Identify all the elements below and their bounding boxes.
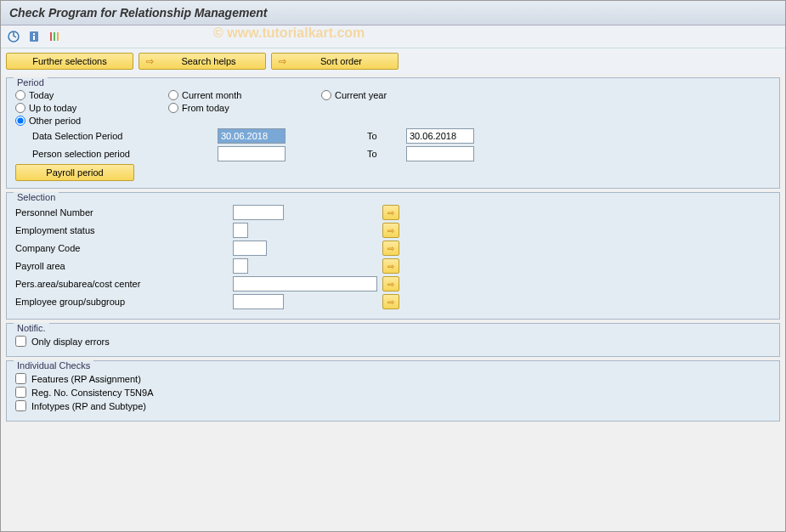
radio-up-to-today[interactable]: Up to today: [15, 103, 160, 113]
reg-no-label: Reg. No. Consistency T5N9A: [31, 388, 153, 398]
radio-other-period-input[interactable]: [15, 116, 25, 126]
payroll-area-multi-icon[interactable]: ⇨: [382, 258, 399, 274]
svg-rect-4: [50, 32, 52, 41]
to-label-1: To: [367, 131, 384, 141]
infotypes-label: Infotypes (RP and Subtype): [31, 401, 146, 411]
radio-today[interactable]: Today: [15, 90, 160, 100]
radio-from-today[interactable]: From today: [168, 103, 313, 113]
features-label: Features (RP Assignment): [31, 374, 141, 384]
radio-up-to-today-label: Up to today: [29, 103, 76, 113]
infotypes-checkbox[interactable]: [15, 400, 26, 411]
company-code-label: Company Code: [15, 243, 228, 253]
company-code-multi-icon[interactable]: ⇨: [382, 241, 399, 256]
payroll-area-label: Payroll area: [15, 261, 228, 271]
title-bar: Check Program for Relationship Managemen…: [1, 1, 785, 25]
search-helps-label: Search helps: [159, 56, 258, 66]
payroll-period-button[interactable]: Payroll period: [15, 164, 134, 181]
further-selections-label: Further selections: [32, 56, 106, 66]
toolbar: © www.tutorialkart.com: [1, 25, 785, 48]
search-helps-button[interactable]: ⇨ Search helps: [139, 53, 266, 70]
radio-current-month-label: Current month: [182, 90, 241, 100]
execute-icon[interactable]: [6, 29, 21, 44]
individual-checks-legend: Individual Checks: [14, 360, 93, 371]
person-selection-to-input[interactable]: [406, 146, 474, 161]
data-selection-to-input[interactable]: [406, 128, 474, 144]
radio-other-period-label: Other period: [29, 116, 81, 126]
radio-current-month[interactable]: Current month: [168, 90, 313, 100]
payroll-area-input[interactable]: [233, 258, 248, 274]
data-selection-from-input[interactable]: [218, 128, 286, 144]
radio-current-month-input[interactable]: [168, 90, 178, 100]
reg-no-check[interactable]: Reg. No. Consistency T5N9A: [15, 387, 771, 398]
reg-no-checkbox[interactable]: [15, 387, 26, 398]
employee-group-input[interactable]: [233, 294, 284, 309]
radio-today-label: Today: [29, 90, 54, 100]
svg-rect-3: [33, 36, 35, 40]
sort-order-label: Sort order: [291, 56, 391, 66]
features-checkbox[interactable]: [15, 373, 26, 384]
selection-legend: Selection: [14, 192, 59, 202]
individual-checks-group: Individual Checks Features (RP Assignmen…: [6, 360, 780, 422]
employment-status-input[interactable]: [233, 223, 248, 238]
employee-group-label: Employee group/subgroup: [15, 297, 228, 307]
payroll-period-label: Payroll period: [46, 167, 103, 178]
radio-up-to-today-input[interactable]: [15, 103, 25, 113]
notific-legend: Notific.: [14, 323, 49, 333]
only-display-errors-check[interactable]: Only display errors: [15, 336, 771, 347]
infotypes-check[interactable]: Infotypes (RP and Subtype): [15, 400, 771, 411]
personnel-number-input[interactable]: [233, 205, 284, 220]
personnel-number-multi-icon[interactable]: ⇨: [382, 205, 399, 220]
svg-rect-6: [57, 32, 59, 41]
radio-from-today-label: From today: [182, 103, 229, 113]
arrow-right-icon: ⇨: [146, 56, 154, 67]
svg-rect-5: [54, 32, 55, 41]
watermark: © www.tutorialkart.com: [213, 25, 365, 41]
further-selections-button[interactable]: Further selections: [6, 53, 133, 70]
company-code-input[interactable]: [233, 241, 267, 256]
radio-from-today-input[interactable]: [168, 103, 178, 113]
radio-current-year-label: Current year: [335, 90, 387, 100]
selection-group: Selection Personnel Number ⇨ Employment …: [6, 192, 780, 320]
period-group: Period Today Current month Current year …: [6, 77, 780, 189]
radio-today-input[interactable]: [15, 90, 25, 100]
to-label-2: To: [367, 149, 384, 159]
personnel-number-label: Personnel Number: [15, 207, 228, 218]
svg-rect-2: [33, 33, 35, 35]
notific-group: Notific. Only display errors: [6, 323, 780, 357]
person-selection-from-input[interactable]: [218, 146, 286, 161]
employment-status-label: Employment status: [15, 225, 228, 235]
employee-group-multi-icon[interactable]: ⇨: [382, 294, 399, 309]
sort-order-button[interactable]: ⇨ Sort order: [271, 53, 399, 70]
radio-current-year[interactable]: Current year: [321, 90, 466, 100]
features-check[interactable]: Features (RP Assignment): [15, 373, 771, 384]
page-title: Check Program for Relationship Managemen…: [9, 6, 777, 20]
action-button-row: Further selections ⇨ Search helps ⇨ Sort…: [1, 48, 785, 74]
radio-current-year-input[interactable]: [321, 90, 331, 100]
period-legend: Period: [14, 77, 48, 88]
radio-other-period[interactable]: Other period: [15, 116, 160, 126]
only-display-errors-label: Only display errors: [31, 337, 110, 347]
arrow-right-icon: ⇨: [279, 56, 286, 67]
only-display-errors-checkbox[interactable]: [15, 336, 26, 347]
bars-icon[interactable]: [47, 29, 62, 44]
info-icon[interactable]: [26, 29, 42, 44]
pers-area-input[interactable]: [233, 276, 377, 291]
person-selection-period-label: Person selection period: [15, 149, 211, 159]
pers-area-multi-icon[interactable]: ⇨: [382, 276, 399, 291]
pers-area-label: Pers.area/subarea/cost center: [15, 279, 228, 289]
data-selection-period-label: Data Selection Period: [15, 131, 211, 141]
employment-status-multi-icon[interactable]: ⇨: [382, 223, 399, 238]
